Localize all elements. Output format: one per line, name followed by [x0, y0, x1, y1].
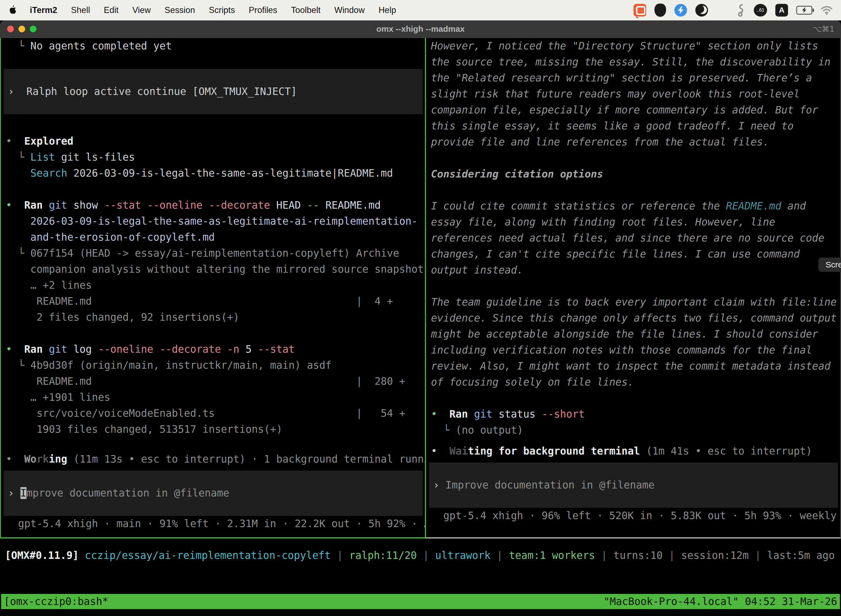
window-title-bar: omx --xhigh --madmax ⌥⌘1 [0, 21, 841, 38]
text-segment: --short [542, 408, 585, 420]
text-segment: Improve documentation in @filename [445, 479, 655, 491]
text-segment: Ran [24, 343, 49, 355]
spacer [431, 278, 840, 294]
terminal-line: … +2 lines [6, 277, 425, 293]
terminal-line: Considering citation options [431, 166, 840, 182]
text-segment: of focusing solely on file lines. [431, 376, 634, 388]
status-segment: | [417, 550, 435, 561]
status-segment: last:5m ago [767, 550, 835, 561]
text-segment: No agents completed yet [30, 40, 171, 52]
apple-menu-icon[interactable] [8, 5, 18, 16]
text-segment: gpt-5.4 xhigh · 96% left · 520K in · 5.8… [431, 510, 841, 522]
terminal-line: › Improve documentation in @filename [433, 477, 655, 493]
menu-item-scripts[interactable]: Scripts [209, 5, 235, 15]
text-segment: HEAD [276, 199, 307, 211]
status-segment: | [663, 550, 681, 561]
ralph-banner: › Ralph loop active continue [OMX_TMUX_I… [4, 69, 423, 114]
tmux-status-bar: [omx-cczip0:bash* "MacBook-Pro-44.local"… [1, 594, 840, 609]
terminal-line: including verification notes with those … [431, 342, 840, 358]
text-segment: 1903 files changed, 513517 insertions(+) [6, 423, 282, 435]
stat-61-icon[interactable]: ..61 [754, 4, 767, 16]
text-segment: mprove documentation in @filename [26, 487, 229, 499]
text-segment: companion file, especially if more comme… [431, 104, 818, 116]
status-segment: [OMX#0.11.9] [5, 550, 85, 561]
zoom-button[interactable] [30, 26, 37, 32]
terminal-line: essay file, along with finding root file… [431, 214, 840, 230]
status-segment: | [749, 550, 767, 561]
menu-item-profiles[interactable]: Profiles [249, 5, 277, 15]
terminal-line: evidence. Since this change only affects… [431, 310, 840, 326]
text-segment: 2026-03-09-is-legal-the-same-as-legitima… [67, 167, 393, 179]
terminal-line: gpt-5.4 xhigh · main · 91% left · 2.31M … [6, 516, 425, 532]
text-segment: › [8, 487, 21, 499]
text-segment: and [781, 200, 806, 212]
spacer [431, 182, 840, 198]
status-segment: | [491, 550, 509, 561]
menu-status-icons: ..61 A [633, 4, 833, 17]
text-segment: the source tree, missing the essay. Stil… [431, 56, 831, 68]
menu-item-iterm2[interactable]: iTerm2 [30, 5, 57, 15]
terminal-line: slight risk that future readers may over… [431, 86, 840, 102]
text-segment: README.md | 4 + [6, 295, 393, 307]
status-segment: | [331, 550, 349, 561]
text-segment: Wo [24, 453, 37, 465]
terminal-line: 2 files changed, 92 insertions(+) [6, 309, 425, 326]
omx-status-line: [OMX#0.11.9] cczip/essay/ai-reimplementa… [5, 547, 835, 563]
terminal-line: • Waiting for background terminal (1m 41… [431, 443, 840, 459]
squiggle-icon[interactable] [736, 4, 746, 17]
terminal-line: • Ran git log --oneline --decorate -n 5 … [6, 342, 425, 357]
menu-item-shell[interactable]: Shell [71, 5, 90, 15]
menu-item-help[interactable]: Help [378, 5, 396, 15]
menu-item-view[interactable]: View [132, 5, 151, 15]
text-segment: -n [227, 343, 246, 355]
text-segment: --stat [258, 343, 294, 355]
text-segment: (11m 13s • esc to interrupt) · 1 backgro… [67, 453, 425, 465]
text-segment: Ran [24, 199, 49, 211]
close-button[interactable] [7, 26, 14, 32]
crescent-moon-icon[interactable] [695, 4, 708, 16]
text-segment: changes, I can't cite specific file line… [431, 248, 800, 260]
spacer [6, 437, 425, 451]
terminal-line: changes, I can't cite specific file line… [431, 246, 840, 262]
menu-item-window[interactable]: Window [334, 5, 365, 15]
terminal-line: might be acceptable alongside the file l… [431, 326, 840, 342]
text-segment: └ (no output) [431, 424, 523, 436]
blue-bolt-icon[interactable] [674, 4, 687, 16]
spacer [6, 114, 425, 133]
left-terminal-pane[interactable]: └ No agents completed yet› Ralph loop ac… [0, 38, 425, 538]
menu-item-toolbelt[interactable]: Toolbelt [291, 5, 321, 15]
menu-item-edit[interactable]: Edit [104, 5, 119, 15]
keypad-shield-icon[interactable] [655, 4, 666, 17]
text-segment: (1m 41s • esc to interrupt) [640, 445, 812, 457]
text-segment: and-the-erosion-of-copyleft.md [6, 231, 215, 243]
text-segment: Explored [24, 135, 73, 147]
wifi-icon[interactable] [820, 6, 833, 15]
orange-chat-icon[interactable] [633, 4, 646, 16]
status-segment: session:12m [681, 550, 749, 561]
text-segment: The team guideline is to back every impo… [431, 296, 837, 308]
text-segment: • [6, 343, 24, 355]
terminal-line: provide file and line references from th… [431, 134, 840, 150]
battery-icon[interactable] [796, 6, 812, 15]
text-segment: slight risk that future readers may over… [431, 88, 800, 100]
terminal-line: • Ran git show --stat --oneline --decora… [6, 197, 425, 213]
text-segment: • [431, 445, 450, 457]
terminal-line: output instead. [431, 262, 840, 278]
terminal-line: README.md | 280 + [6, 373, 425, 389]
status-segment: cczip/essay/ai-reimplementation-copyleft [85, 550, 331, 561]
text-segment: status [498, 408, 542, 420]
terminal-line: companion analysis without altering the … [6, 261, 425, 277]
prompt-input[interactable]: › Improve documentation in @filename [429, 462, 838, 508]
letter-a-icon[interactable]: A [775, 4, 788, 16]
menu-item-session[interactable]: Session [164, 5, 195, 15]
minimize-button[interactable] [19, 26, 25, 32]
text-segment: ting for background terminal [468, 445, 640, 457]
text-segment: └ [6, 40, 30, 52]
text-segment: references need actual files, and since … [431, 232, 825, 244]
spacer [6, 181, 425, 197]
text-segment [6, 167, 30, 179]
prompt-input[interactable]: › Improve documentation in @filename [4, 471, 423, 516]
dots-grid-icon[interactable] [716, 4, 728, 16]
right-terminal-pane[interactable]: However, I noticed the "Directory Struct… [426, 38, 841, 538]
terminal-line: the "Related research writing" section i… [431, 70, 840, 86]
